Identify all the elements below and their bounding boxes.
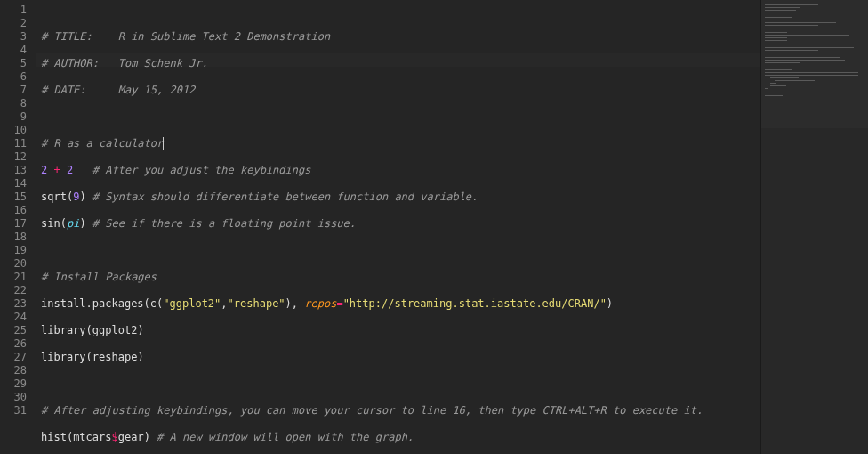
line-number[interactable]: 25 (0, 324, 36, 337)
comment: # A new window will open with the graph. (150, 431, 414, 443)
func-call: sin (41, 217, 60, 230)
code-line[interactable]: # R as a calculator (41, 137, 760, 150)
line-number[interactable]: 8 (0, 97, 36, 110)
func-call: library (41, 324, 86, 336)
operator: + (47, 164, 67, 176)
paren: ) (79, 191, 85, 203)
line-number[interactable]: 13 (0, 164, 36, 177)
string: "http://streaming.stat.iastate.edu/CRAN/… (343, 297, 607, 310)
string: "reshape" (228, 297, 285, 310)
line-number[interactable]: 27 (0, 351, 36, 364)
code-line[interactable]: install.packages(c("ggplot2","reshape"),… (41, 297, 760, 311)
code-line[interactable]: # After adjusting keybindings, you can m… (41, 404, 760, 418)
line-number[interactable]: 14 (0, 177, 36, 191)
line-number[interactable]: 28 (0, 364, 36, 377)
line-number[interactable]: 15 (0, 191, 36, 204)
comment: # TITLE: R in Sublime Text 2 Demonstrati… (41, 30, 330, 43)
code-line[interactable]: # DATE: May 15, 2012 (41, 84, 760, 97)
func-call: install.packages (41, 297, 144, 310)
line-number[interactable]: 7 (0, 84, 36, 97)
constant: pi (67, 217, 79, 230)
line-number[interactable]: 29 (0, 377, 36, 391)
code-line[interactable]: # Install Packages (41, 271, 760, 284)
comment: # AUTHOR: Tom Schenk Jr. (41, 57, 208, 69)
code-line[interactable]: 2 + 2 # After you adjust the keybindings (41, 164, 760, 177)
paren: ( (60, 217, 67, 230)
line-number[interactable]: 6 (0, 70, 36, 84)
line-number[interactable]: 24 (0, 311, 36, 324)
line-number[interactable]: 9 (0, 110, 36, 124)
line-number[interactable]: 18 (0, 231, 36, 244)
func-call: hist (41, 431, 67, 443)
comment: # After adjusting keybindings, you can m… (41, 404, 703, 417)
line-number[interactable]: 22 (0, 284, 36, 297)
func-call: c (150, 297, 157, 310)
line-number[interactable]: 21 (0, 271, 36, 284)
string: "ggplot2" (163, 297, 221, 310)
line-number[interactable]: 11 (0, 137, 36, 150)
comment: # After you adjust the keybindings (73, 164, 310, 176)
operator: = (336, 297, 342, 310)
code-line[interactable] (41, 110, 760, 124)
line-number[interactable]: 31 (0, 404, 36, 418)
line-number[interactable]: 5 (0, 57, 36, 70)
named-arg: repos (304, 297, 336, 310)
comment: # Install Packages (41, 271, 157, 283)
identifier: mtcars (73, 431, 111, 443)
comment: # See if there is a floating point issue… (86, 217, 356, 230)
editor-window: 1 2 3 4 5 6 7 8 9 10 11 12 13 14 15 16 1… (0, 0, 868, 454)
line-number[interactable]: 4 (0, 44, 36, 57)
line-number[interactable]: 26 (0, 337, 36, 351)
line-number[interactable]: 16 (0, 204, 36, 217)
line-number[interactable]: 17 (0, 217, 36, 231)
line-number[interactable]: 10 (0, 124, 36, 137)
code-line[interactable]: sin(pi) # See if there is a floating poi… (41, 217, 760, 231)
line-number[interactable]: 23 (0, 297, 36, 311)
line-number[interactable]: 1 (0, 4, 36, 17)
identifier: gear (118, 431, 144, 443)
code-line[interactable]: hist(mtcars$gear) # A new window will op… (41, 431, 760, 444)
operator: $ (112, 431, 118, 443)
line-number[interactable]: 12 (0, 150, 36, 164)
code-line[interactable]: sqrt(9) # Syntax should differentiate be… (41, 191, 760, 204)
identifier: ggplot2 (92, 324, 138, 336)
paren: ) (79, 217, 85, 230)
code-line[interactable]: library(ggplot2) (41, 324, 760, 337)
code-line[interactable]: # TITLE: R in Sublime Text 2 Demonstrati… (41, 30, 760, 44)
func-call: library (41, 351, 86, 363)
code-line[interactable]: # AUTHOR: Tom Schenk Jr. (41, 57, 760, 70)
line-number[interactable]: 20 (0, 257, 36, 271)
minimap[interactable] (760, 0, 868, 454)
code-area[interactable]: # TITLE: R in Sublime Text 2 Demonstrati… (36, 0, 760, 454)
line-number[interactable]: 19 (0, 244, 36, 257)
comment: # DATE: May 15, 2012 (41, 84, 195, 96)
line-number[interactable]: 30 (0, 391, 36, 404)
comment: # Syntax should differentiate between fu… (86, 191, 478, 203)
comment: # R as a calculator (41, 137, 163, 150)
code-line[interactable] (41, 377, 760, 391)
func-call: sqrt (41, 191, 67, 203)
code-line[interactable] (41, 244, 760, 257)
line-number-gutter[interactable]: 1 2 3 4 5 6 7 8 9 10 11 12 13 14 15 16 1… (0, 0, 36, 454)
code-line[interactable]: library(reshape) (41, 351, 760, 364)
identifier: reshape (92, 351, 138, 363)
line-number[interactable]: 3 (0, 30, 36, 44)
line-number[interactable]: 2 (0, 17, 36, 30)
